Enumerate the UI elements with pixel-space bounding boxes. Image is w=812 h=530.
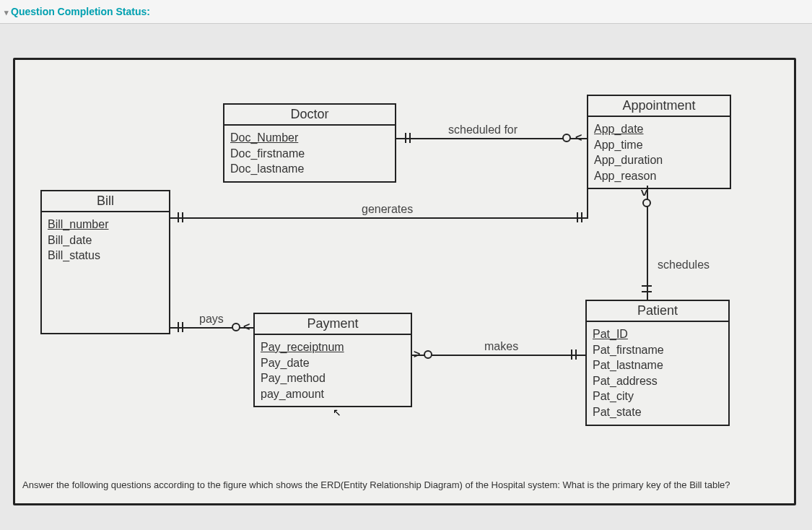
entity-bill-attrs: Bill_number Bill_date Bill_status (42, 212, 169, 268)
crowfoot-icon (575, 349, 577, 360)
attr: App_duration (594, 152, 724, 168)
crowfoot-icon (642, 199, 651, 207)
crowfoot-icon (581, 212, 582, 222)
attr: Doc_firstname (230, 146, 389, 162)
crowfoot-icon (409, 133, 411, 143)
entity-patient-title: Patient (587, 301, 728, 322)
crowfoot-icon: > (414, 349, 420, 360)
conn-scheduled-for (396, 138, 587, 139)
entity-appointment-title: Appointment (588, 96, 730, 117)
cursor-icon: ↖ (333, 407, 341, 418)
erd-diagram-frame: Doctor Doc_Number Doc_firstname Doc_last… (13, 58, 796, 505)
entity-doctor: Doctor Doc_Number Doc_firstname Doc_last… (223, 103, 396, 183)
crowfoot-icon: < (639, 189, 650, 196)
entity-patient-attrs: Pat_ID Pat_firstname Pat_lastname Pat_ad… (587, 322, 728, 425)
attr: Pay_receiptnum (261, 339, 405, 355)
rel-generates: generates (362, 203, 413, 216)
crowfoot-icon (424, 350, 432, 359)
crowfoot-icon (405, 133, 406, 143)
rel-pays: pays (199, 313, 224, 326)
crowfoot-icon (642, 291, 652, 292)
entity-payment: Payment Pay_receiptnum Pay_date Pay_meth… (253, 313, 412, 407)
attr: Pat_firstname (593, 342, 722, 358)
crowfoot-icon (182, 322, 183, 332)
crowfoot-icon (562, 134, 571, 142)
crowfoot-icon (178, 212, 179, 222)
attr: Bill_number (48, 217, 163, 233)
attr: pay_amount (261, 386, 405, 402)
entity-patient: Patient Pat_ID Pat_firstname Pat_lastnam… (585, 300, 730, 426)
entity-bill-title: Bill (42, 191, 169, 212)
question-text: Answer the following questions according… (15, 479, 794, 490)
attr: App_time (594, 137, 724, 153)
attr: Pay_date (261, 355, 405, 371)
crowfoot-icon (642, 285, 652, 287)
crowfoot-icon (182, 212, 183, 222)
entity-bill: Bill Bill_number Bill_date Bill_status (40, 190, 170, 334)
entity-doctor-title: Doctor (224, 105, 395, 126)
attr: Bill_status (48, 248, 163, 264)
conn-generates-v (587, 186, 588, 219)
attr: App_date (594, 121, 724, 137)
crowfoot-icon (577, 212, 578, 222)
attr: Bill_date (48, 233, 163, 248)
attr: Pat_address (593, 373, 722, 389)
conn-generates (170, 217, 587, 219)
rel-makes: makes (484, 340, 518, 353)
crowfoot-icon: < (575, 132, 582, 144)
entity-payment-attrs: Pay_receiptnum Pay_date Pay_method pay_a… (255, 335, 411, 406)
rel-schedules: schedules (658, 259, 710, 271)
crowfoot-icon: < (243, 321, 250, 333)
attr: Doc_lastname (230, 161, 389, 177)
attr: Pat_city (593, 388, 722, 404)
conn-makes (412, 355, 585, 356)
attr: Pat_state (593, 404, 722, 420)
attr: App_reason (594, 168, 724, 184)
crowfoot-icon (232, 323, 240, 331)
entity-appointment-attrs: App_date App_time App_duration App_reaso… (588, 117, 730, 188)
entity-payment-title: Payment (255, 314, 411, 335)
entity-doctor-attrs: Doc_Number Doc_firstname Doc_lastname (224, 126, 395, 181)
attr: Pay_method (261, 370, 405, 386)
attr: Doc_Number (230, 130, 389, 146)
attr: Pat_ID (593, 326, 722, 342)
rel-scheduled-for: scheduled for (448, 123, 518, 136)
attr: Pat_lastname (593, 357, 722, 373)
crowfoot-icon (178, 322, 179, 332)
crowfoot-icon (571, 349, 572, 360)
header-title: Question Completion Status: (11, 6, 150, 17)
completion-status-header[interactable]: Question Completion Status: (0, 0, 812, 24)
entity-appointment: Appointment App_date App_time App_durati… (587, 95, 731, 189)
